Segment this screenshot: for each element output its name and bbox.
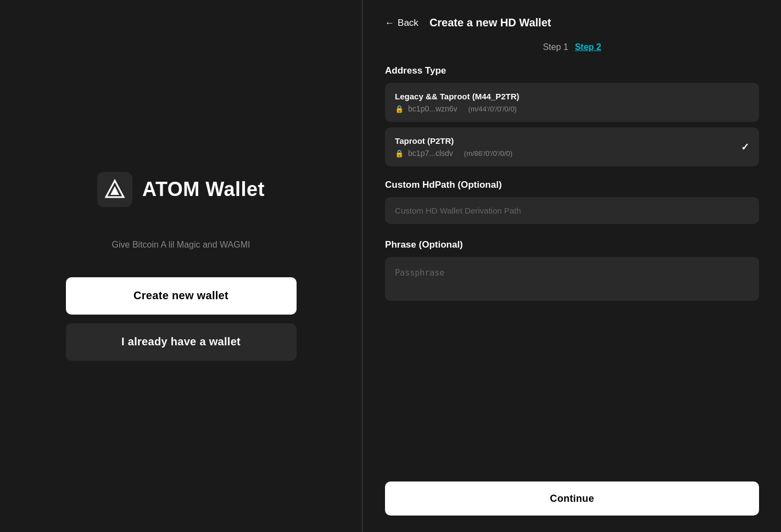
back-label: Back bbox=[398, 18, 419, 29]
custom-hd-input[interactable] bbox=[385, 197, 759, 224]
steps-row: Step 1 Step 2 bbox=[385, 42, 759, 52]
panel-title: Create a new HD Wallet bbox=[429, 16, 551, 29]
left-panel: ATOM Wallet Give Bitcoin A lil Magic and… bbox=[0, 0, 362, 532]
card2-address: bc1p7...clsdv bbox=[408, 149, 453, 158]
right-panel-header: ← Back Create a new HD Wallet bbox=[385, 16, 759, 29]
selected-checkmark: ✓ bbox=[741, 141, 749, 153]
logo-area: ATOM Wallet bbox=[97, 172, 265, 207]
right-panel: ← Back Create a new HD Wallet Step 1 Ste… bbox=[363, 0, 781, 532]
address-type-label: Address Type bbox=[385, 65, 759, 76]
card2-title: Taproot (P2TR) bbox=[395, 136, 749, 145]
card1-path: (m/44'/0'/0'/0/0) bbox=[468, 105, 517, 113]
lock-icon-2: 🔒 bbox=[395, 149, 404, 158]
address-card-legacy[interactable]: Legacy && Taproot (M44_P2TR) 🔒 bc1p0...w… bbox=[385, 83, 759, 122]
create-wallet-button[interactable]: Create new wallet bbox=[66, 277, 297, 315]
import-wallet-button[interactable]: I already have a wallet bbox=[66, 323, 297, 361]
back-button[interactable]: ← Back bbox=[385, 18, 419, 29]
passphrase-input[interactable] bbox=[385, 257, 759, 301]
phrase-section: Phrase (Optional) bbox=[385, 239, 759, 481]
card1-title: Legacy && Taproot (M44_P2TR) bbox=[395, 92, 749, 101]
custom-hd-section: Custom HdPath (Optional) bbox=[385, 180, 759, 224]
tagline: Give Bitcoin A lil Magic and WAGMI bbox=[112, 240, 250, 250]
address-card-taproot[interactable]: Taproot (P2TR) 🔒 bc1p7...clsdv (m/86'/0'… bbox=[385, 127, 759, 166]
back-arrow-icon: ← bbox=[385, 18, 394, 29]
lock-icon-1: 🔒 bbox=[395, 105, 404, 113]
card1-address: bc1p0...wzn6v bbox=[408, 104, 458, 113]
logo-icon bbox=[97, 172, 132, 207]
phrase-label: Phrase (Optional) bbox=[385, 239, 759, 250]
step2-label[interactable]: Step 2 bbox=[575, 42, 601, 52]
card2-path: (m/86'/0'/0'/0/0) bbox=[464, 149, 512, 158]
card1-detail: 🔒 bc1p0...wzn6v (m/44'/0'/0'/0/0) bbox=[395, 104, 749, 113]
app-title: ATOM Wallet bbox=[142, 178, 265, 201]
continue-button[interactable]: Continue bbox=[385, 481, 759, 516]
step1-label: Step 1 bbox=[543, 42, 568, 52]
custom-hd-label: Custom HdPath (Optional) bbox=[385, 180, 759, 191]
card2-detail: 🔒 bc1p7...clsdv (m/86'/0'/0'/0/0) bbox=[395, 149, 749, 158]
